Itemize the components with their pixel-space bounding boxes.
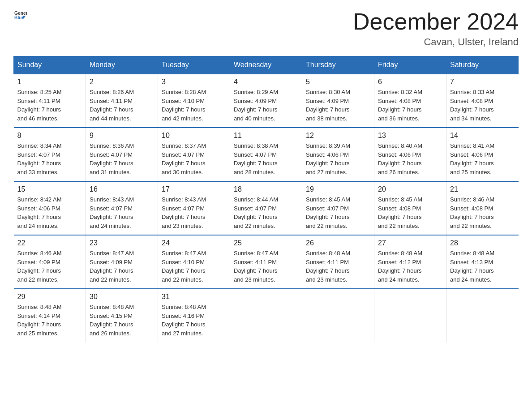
week-row-2: 8 Sunrise: 8:34 AM Sunset: 4:07 PM Dayli… — [14, 128, 519, 181]
day-number: 21 — [450, 185, 515, 193]
day-cell: 9 Sunrise: 8:36 AM Sunset: 4:07 PM Dayli… — [86, 128, 158, 181]
month-title: December 2024 — [353, 9, 519, 34]
day-cell: 8 Sunrise: 8:34 AM Sunset: 4:07 PM Dayli… — [14, 128, 86, 181]
day-cell: 20 Sunrise: 8:45 AM Sunset: 4:08 PM Dayl… — [374, 181, 446, 235]
day-info: Sunrise: 8:37 AM Sunset: 4:07 PM Dayligh… — [162, 141, 226, 176]
day-cell: 21 Sunrise: 8:46 AM Sunset: 4:08 PM Dayl… — [446, 181, 519, 235]
day-cell: 27 Sunrise: 8:48 AM Sunset: 4:12 PM Dayl… — [374, 235, 446, 289]
day-cell: 4 Sunrise: 8:29 AM Sunset: 4:09 PM Dayli… — [230, 74, 302, 128]
day-cell: 14 Sunrise: 8:41 AM Sunset: 4:06 PM Dayl… — [446, 128, 519, 181]
day-cell: 1 Sunrise: 8:25 AM Sunset: 4:11 PM Dayli… — [14, 74, 86, 128]
calendar-body: 1 Sunrise: 8:25 AM Sunset: 4:11 PM Dayli… — [14, 74, 519, 342]
day-number: 30 — [90, 293, 154, 301]
day-number: 27 — [378, 239, 442, 247]
day-info: Sunrise: 8:33 AM Sunset: 4:08 PM Dayligh… — [450, 88, 515, 123]
day-number: 23 — [90, 239, 154, 247]
page-header: General Blue December 2024 Cavan, Ulster… — [13, 9, 519, 48]
day-cell: 28 Sunrise: 8:48 AM Sunset: 4:13 PM Dayl… — [446, 235, 519, 289]
day-number: 6 — [378, 78, 442, 86]
day-number: 11 — [234, 132, 298, 140]
day-info: Sunrise: 8:48 AM Sunset: 4:12 PM Dayligh… — [378, 249, 442, 284]
day-cell: 22 Sunrise: 8:46 AM Sunset: 4:09 PM Dayl… — [14, 235, 86, 289]
day-info: Sunrise: 8:28 AM Sunset: 4:10 PM Dayligh… — [162, 88, 226, 123]
day-info: Sunrise: 8:40 AM Sunset: 4:06 PM Dayligh… — [378, 141, 442, 176]
day-cell: 6 Sunrise: 8:32 AM Sunset: 4:08 PM Dayli… — [374, 74, 446, 128]
day-cell — [446, 289, 519, 342]
day-cell: 10 Sunrise: 8:37 AM Sunset: 4:07 PM Dayl… — [158, 128, 230, 181]
day-cell: 13 Sunrise: 8:40 AM Sunset: 4:06 PM Dayl… — [374, 128, 446, 181]
day-cell: 30 Sunrise: 8:48 AM Sunset: 4:15 PM Dayl… — [86, 289, 158, 342]
header-day-monday: Monday — [86, 56, 158, 74]
day-info: Sunrise: 8:38 AM Sunset: 4:07 PM Dayligh… — [234, 141, 298, 176]
day-info: Sunrise: 8:47 AM Sunset: 4:10 PM Dayligh… — [162, 249, 226, 284]
day-info: Sunrise: 8:30 AM Sunset: 4:09 PM Dayligh… — [306, 88, 370, 123]
day-number: 9 — [90, 132, 154, 140]
day-cell: 12 Sunrise: 8:39 AM Sunset: 4:06 PM Dayl… — [302, 128, 374, 181]
week-row-5: 29 Sunrise: 8:48 AM Sunset: 4:14 PM Dayl… — [14, 289, 519, 342]
week-row-4: 22 Sunrise: 8:46 AM Sunset: 4:09 PM Dayl… — [14, 235, 519, 289]
svg-text:General: General — [14, 11, 27, 16]
day-number: 2 — [90, 78, 154, 86]
day-number: 18 — [234, 185, 298, 193]
day-number: 19 — [306, 185, 370, 193]
day-info: Sunrise: 8:47 AM Sunset: 4:09 PM Dayligh… — [90, 249, 154, 284]
day-number: 16 — [90, 185, 154, 193]
location: Cavan, Ulster, Ireland — [353, 36, 519, 48]
day-number: 22 — [17, 239, 82, 247]
day-number: 3 — [162, 78, 226, 86]
logo-icon: General Blue — [14, 9, 27, 21]
header-day-friday: Friday — [374, 56, 446, 74]
week-row-1: 1 Sunrise: 8:25 AM Sunset: 4:11 PM Dayli… — [14, 74, 519, 128]
day-info: Sunrise: 8:46 AM Sunset: 4:08 PM Dayligh… — [450, 195, 515, 230]
day-cell: 11 Sunrise: 8:38 AM Sunset: 4:07 PM Dayl… — [230, 128, 302, 181]
day-number: 29 — [17, 293, 82, 301]
day-info: Sunrise: 8:43 AM Sunset: 4:07 PM Dayligh… — [90, 195, 154, 230]
day-info: Sunrise: 8:41 AM Sunset: 4:06 PM Dayligh… — [450, 141, 515, 176]
day-cell: 16 Sunrise: 8:43 AM Sunset: 4:07 PM Dayl… — [86, 181, 158, 235]
day-number: 1 — [17, 78, 82, 86]
day-info: Sunrise: 8:45 AM Sunset: 4:08 PM Dayligh… — [378, 195, 442, 230]
day-cell: 7 Sunrise: 8:33 AM Sunset: 4:08 PM Dayli… — [446, 74, 519, 128]
day-cell: 15 Sunrise: 8:42 AM Sunset: 4:06 PM Dayl… — [14, 181, 86, 235]
day-info: Sunrise: 8:48 AM Sunset: 4:11 PM Dayligh… — [306, 249, 370, 284]
day-cell: 2 Sunrise: 8:26 AM Sunset: 4:11 PM Dayli… — [86, 74, 158, 128]
day-cell — [302, 289, 374, 342]
day-info: Sunrise: 8:48 AM Sunset: 4:14 PM Dayligh… — [17, 303, 82, 338]
day-number: 8 — [17, 132, 82, 140]
day-cell: 26 Sunrise: 8:48 AM Sunset: 4:11 PM Dayl… — [302, 235, 374, 289]
header-day-wednesday: Wednesday — [230, 56, 302, 74]
day-number: 24 — [162, 239, 226, 247]
day-number: 12 — [306, 132, 370, 140]
day-cell: 29 Sunrise: 8:48 AM Sunset: 4:14 PM Dayl… — [14, 289, 86, 342]
day-number: 4 — [234, 78, 298, 86]
day-number: 7 — [450, 78, 515, 86]
day-info: Sunrise: 8:48 AM Sunset: 4:16 PM Dayligh… — [162, 303, 226, 338]
day-number: 10 — [162, 132, 226, 140]
day-cell: 24 Sunrise: 8:47 AM Sunset: 4:10 PM Dayl… — [158, 235, 230, 289]
day-cell: 18 Sunrise: 8:44 AM Sunset: 4:07 PM Dayl… — [230, 181, 302, 235]
day-info: Sunrise: 8:25 AM Sunset: 4:11 PM Dayligh… — [17, 88, 82, 123]
day-info: Sunrise: 8:48 AM Sunset: 4:13 PM Dayligh… — [450, 249, 515, 284]
day-info: Sunrise: 8:42 AM Sunset: 4:06 PM Dayligh… — [17, 195, 82, 230]
svg-text:Blue: Blue — [14, 15, 25, 20]
day-info: Sunrise: 8:36 AM Sunset: 4:07 PM Dayligh… — [90, 141, 154, 176]
header-row: SundayMondayTuesdayWednesdayThursdayFrid… — [14, 56, 519, 74]
day-cell — [230, 289, 302, 342]
calendar-table: SundayMondayTuesdayWednesdayThursdayFrid… — [13, 56, 519, 342]
week-row-3: 15 Sunrise: 8:42 AM Sunset: 4:06 PM Dayl… — [14, 181, 519, 235]
header-day-saturday: Saturday — [446, 56, 519, 74]
logo: General Blue — [13, 9, 27, 23]
day-number: 17 — [162, 185, 226, 193]
title-area: December 2024 Cavan, Ulster, Ireland — [353, 9, 519, 48]
day-cell: 31 Sunrise: 8:48 AM Sunset: 4:16 PM Dayl… — [158, 289, 230, 342]
header-day-tuesday: Tuesday — [158, 56, 230, 74]
day-info: Sunrise: 8:39 AM Sunset: 4:06 PM Dayligh… — [306, 141, 370, 176]
day-info: Sunrise: 8:44 AM Sunset: 4:07 PM Dayligh… — [234, 195, 298, 230]
day-info: Sunrise: 8:34 AM Sunset: 4:07 PM Dayligh… — [17, 141, 82, 176]
day-number: 13 — [378, 132, 442, 140]
day-number: 25 — [234, 239, 298, 247]
day-info: Sunrise: 8:48 AM Sunset: 4:15 PM Dayligh… — [90, 303, 154, 338]
header-day-thursday: Thursday — [302, 56, 374, 74]
header-day-sunday: Sunday — [14, 56, 86, 74]
day-cell: 5 Sunrise: 8:30 AM Sunset: 4:09 PM Dayli… — [302, 74, 374, 128]
